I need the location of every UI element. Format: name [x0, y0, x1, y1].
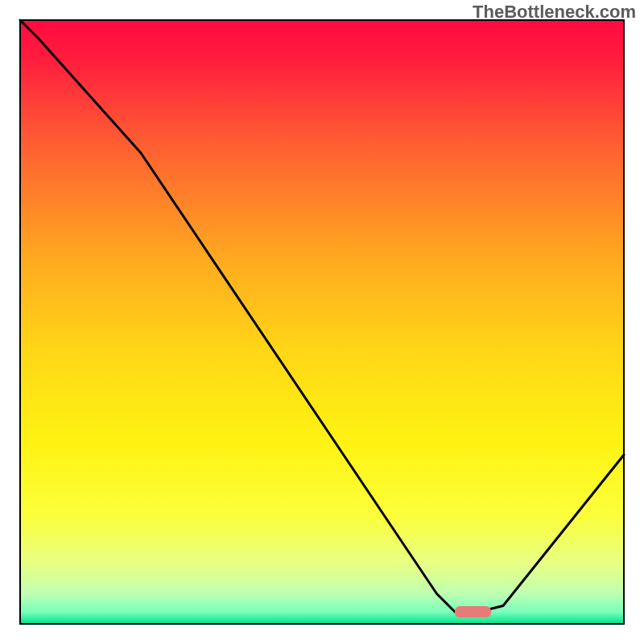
chart-container: { "watermark": "TheBottleneck.com", "cha…	[0, 0, 644, 644]
chart-svg	[0, 0, 644, 644]
plot-background	[20, 20, 624, 624]
watermark-text: TheBottleneck.com	[473, 2, 636, 23]
valley-marker	[455, 606, 491, 617]
